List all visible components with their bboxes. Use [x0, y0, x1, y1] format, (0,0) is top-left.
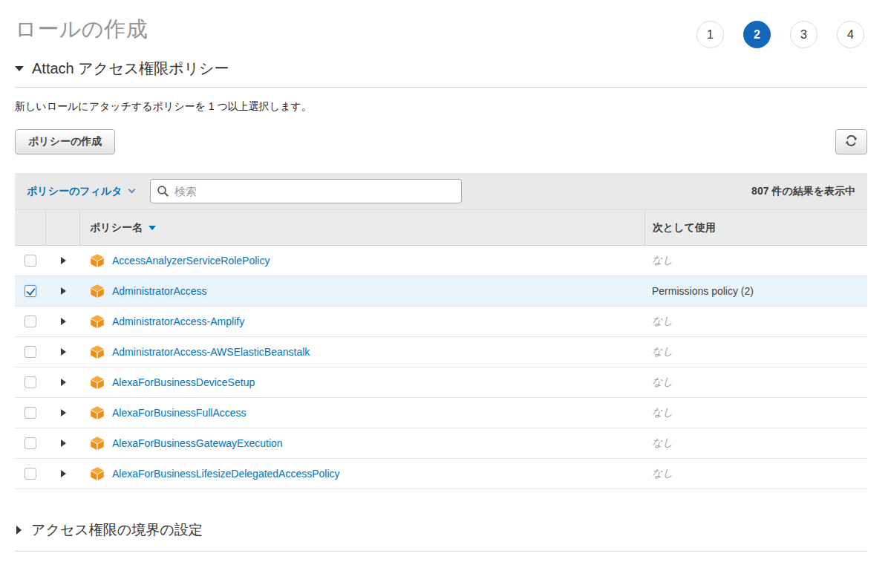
policy-cube-icon — [90, 405, 105, 420]
table-row[interactable]: AlexaForBusinessGatewayExecution なし — [15, 428, 867, 459]
expand-arrow-icon — [61, 348, 66, 356]
used-as-value: なし — [652, 437, 673, 450]
policy-name-link[interactable]: AdministratorAccess-AWSElasticBeanstalk — [112, 346, 310, 358]
expand-arrow-icon — [61, 379, 66, 386]
table-row[interactable]: AlexaForBusinessDeviceSetup なし — [15, 368, 867, 398]
wizard-step-1[interactable]: 1 — [696, 21, 724, 48]
wizard-step-2[interactable]: 2 — [743, 21, 771, 48]
table-filter-bar: ポリシーのフィルタ 807 件の結果を表示中 — [15, 173, 867, 210]
table-body: AccessAnalyzerServiceRolePolicy なし Admin… — [15, 246, 867, 489]
row-expand-toggle[interactable] — [46, 428, 80, 458]
policy-name-link[interactable]: AlexaForBusinessLifesizeDelegatedAccessP… — [112, 468, 340, 480]
policy-cube-icon — [90, 375, 105, 390]
header-expand-cell — [46, 210, 80, 245]
row-expand-toggle[interactable] — [46, 307, 80, 336]
used-as-value: なし — [652, 467, 673, 480]
column-used-as: 次として使用 — [644, 210, 867, 245]
create-policy-button[interactable]: ポリシーの作成 — [15, 129, 115, 154]
row-checkbox[interactable] — [25, 346, 36, 358]
used-as-value: なし — [652, 315, 673, 328]
policy-filter-dropdown[interactable]: ポリシーのフィルタ — [27, 185, 134, 198]
expand-arrow-icon — [61, 257, 66, 264]
policy-filter-label: ポリシーのフィルタ — [27, 185, 123, 198]
used-as-value: なし — [652, 406, 673, 419]
attach-policy-section-title: Attach アクセス権限ポリシー — [32, 59, 229, 79]
policy-cube-icon — [90, 314, 105, 329]
table-header-row: ポリシー名 次として使用 — [15, 210, 867, 246]
policy-name-link[interactable]: AlexaForBusinessFullAccess — [112, 407, 247, 419]
expand-arrow-icon — [61, 470, 66, 477]
column-policy-name[interactable]: ポリシー名 — [80, 210, 644, 245]
row-expand-toggle[interactable] — [46, 368, 80, 397]
policy-name-link[interactable]: AdministratorAccess-Amplify — [112, 316, 244, 327]
wizard-step-4[interactable]: 4 — [837, 21, 864, 48]
row-expand-toggle[interactable] — [46, 459, 80, 489]
policy-name-link[interactable]: AlexaForBusinessGatewayExecution — [112, 437, 283, 449]
used-as-value: なし — [652, 254, 673, 267]
row-expand-toggle[interactable] — [46, 246, 80, 275]
table-row[interactable]: AlexaForBusinessLifesizeDelegatedAccessP… — [15, 459, 867, 489]
policy-cube-icon — [90, 436, 105, 451]
used-as-value: なし — [652, 376, 673, 389]
table-row[interactable]: AdministratorAccess Permissions policy (… — [15, 276, 867, 307]
policy-name-link[interactable]: AccessAnalyzerServiceRolePolicy — [112, 255, 270, 267]
policy-cube-icon — [90, 344, 105, 359]
row-checkbox[interactable] — [25, 316, 36, 327]
expand-arrow-icon — [61, 440, 66, 447]
toolbar: ポリシーの作成 — [15, 129, 867, 154]
permissions-boundary-title: アクセス権限の境界の設定 — [31, 520, 203, 540]
expand-arrow-icon — [61, 287, 66, 295]
permissions-boundary-section-header[interactable]: アクセス権限の境界の設定 — [15, 520, 867, 552]
table-row[interactable]: AlexaForBusinessFullAccess なし — [15, 398, 867, 428]
policy-name-link[interactable]: AdministratorAccess — [112, 285, 207, 297]
chevron-down-icon — [128, 186, 135, 194]
table-row[interactable]: AdministratorAccess-AWSElasticBeanstalk … — [15, 337, 867, 368]
row-checkbox[interactable] — [25, 468, 36, 480]
table-row[interactable]: AdministratorAccess-Amplify なし — [15, 307, 867, 337]
search-input[interactable] — [150, 179, 462, 203]
policy-name-column-label: ポリシー名 — [90, 221, 143, 235]
used-as-value: Permissions policy (2) — [652, 285, 754, 297]
policy-cube-icon — [90, 466, 105, 481]
sort-desc-icon — [148, 226, 156, 230]
table-row[interactable]: AccessAnalyzerServiceRolePolicy なし — [15, 246, 867, 276]
create-role-page: ロールの作成 1234 Attach アクセス権限ポリシー 新しいロールにアタッ… — [0, 0, 891, 552]
row-expand-toggle[interactable] — [46, 337, 80, 367]
attach-policy-section-header[interactable]: Attach アクセス権限ポリシー — [15, 59, 867, 88]
policy-cube-icon — [90, 284, 105, 298]
refresh-icon — [845, 134, 858, 149]
page-header: ロールの作成 1234 — [15, 0, 867, 48]
row-checkbox[interactable] — [25, 437, 36, 449]
policy-name-link[interactable]: AlexaForBusinessDeviceSetup — [112, 376, 255, 388]
section-expand-icon — [16, 526, 22, 535]
row-checkbox[interactable] — [25, 285, 36, 297]
used-as-column-label: 次として使用 — [653, 221, 716, 235]
search-box — [150, 179, 462, 203]
wizard-steps: 1234 — [696, 21, 864, 48]
row-expand-toggle[interactable] — [46, 276, 80, 306]
refresh-button[interactable] — [835, 129, 867, 154]
page-title: ロールの作成 — [15, 15, 148, 45]
section-collapse-icon — [15, 66, 24, 71]
search-icon — [157, 185, 169, 197]
row-checkbox[interactable] — [25, 407, 36, 419]
row-expand-toggle[interactable] — [46, 398, 80, 428]
header-checkbox-cell — [15, 210, 46, 245]
used-as-value: なし — [652, 345, 673, 359]
results-count: 807 件の結果を表示中 — [751, 185, 855, 198]
wizard-step-3[interactable]: 3 — [790, 21, 817, 48]
policy-table: ポリシーのフィルタ 807 件の結果を表示中 ポリシー名 次として使用 — [15, 173, 867, 489]
row-checkbox[interactable] — [25, 376, 36, 388]
section-description: 新しいロールにアタッチするポリシーを 1 つ以上選択します。 — [15, 100, 867, 114]
policy-cube-icon — [90, 253, 105, 268]
expand-arrow-icon — [61, 409, 66, 416]
expand-arrow-icon — [61, 318, 66, 325]
row-checkbox[interactable] — [25, 255, 36, 267]
